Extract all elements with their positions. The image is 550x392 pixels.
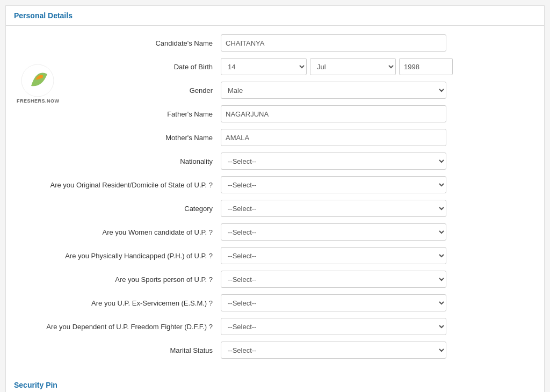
mothers-name-label: Mother's Name [17,134,221,142]
freshers-now-logo [20,63,55,98]
category-select[interactable]: --Select-- General OBC SC ST [221,200,446,217]
fathers-name-label: Father's Name [17,110,221,118]
freedom-fighter-label: Are you Dependent of U.P. Freedom Fighte… [17,323,221,331]
sports-select[interactable]: --Select-- Yes No [221,271,446,288]
logo-label: FRESHERS.NOW [17,98,60,104]
marital-status-row: Marital Status --Select-- Single Married… [17,341,533,359]
dob-inputs: 14 12345 678910 1112131516 1718192021 22… [221,58,453,75]
gender-select[interactable]: Male --Select-- Female Other [221,82,446,99]
candidate-name-input[interactable] [221,34,446,52]
dob-day-select[interactable]: 14 12345 678910 1112131516 1718192021 22… [221,58,307,75]
candidate-name-row: Candidate's Name [17,34,533,52]
personal-details-section: FRESHERS.NOW Candidate's Name Date of Bi… [6,31,544,370]
security-pin-header: Security Pin [6,375,544,392]
marital-status-label: Marital Status [17,346,221,354]
category-row: Category --Select-- General OBC SC ST [17,199,533,217]
logo-container: FRESHERS.NOW [17,63,60,104]
esm-row: Are you U.P. Ex-Servicemen (E.S.M.) ? --… [17,294,533,312]
dob-row: Date of Birth 14 12345 678910 1112131516… [17,57,533,76]
freedom-fighter-row: Are you Dependent of U.P. Freedom Fighte… [17,317,533,336]
nationality-row: Nationality --Select-- Indian [17,152,533,170]
candidate-name-label: Candidate's Name [17,39,221,47]
esm-select[interactable]: --Select-- Yes No [221,294,446,311]
nationality-select[interactable]: --Select-- Indian [221,153,446,170]
domicile-row: Are you Original Resident/Domicile of St… [17,176,533,194]
fathers-name-input[interactable] [221,105,446,122]
freedom-fighter-select[interactable]: --Select-- Yes No [221,318,446,335]
dob-month-select[interactable]: Jul JanFebMarApr MayJunAugSep OctNovDec [310,58,396,75]
fathers-name-row: Father's Name [17,105,533,123]
dob-year-input[interactable] [399,58,453,75]
marital-status-select[interactable]: --Select-- Single Married Divorced Widow… [221,342,446,359]
domicile-label: Are you Original Resident/Domicile of St… [17,181,221,189]
sports-label: Are you Sports person of U.P. ? [17,275,221,284]
esm-label: Are you U.P. Ex-Servicemen (E.S.M.) ? [17,299,221,307]
ph-label: Are you Physically Handicapped (P.H.) of… [17,252,221,260]
ph-row: Are you Physically Handicapped (P.H.) of… [17,246,533,265]
nationality-label: Nationality [17,157,221,165]
ph-select[interactable]: --Select-- Yes No [221,247,446,264]
mothers-name-row: Mother's Name [17,128,533,147]
women-candidate-label: Are you Women candidate of U.P. ? [17,228,221,236]
sports-row: Are you Sports person of U.P. ? --Select… [17,270,533,288]
personal-details-header: Personal Details [6,6,544,26]
domicile-select[interactable]: --Select-- Yes No [221,176,446,193]
women-candidate-row: Are you Women candidate of U.P. ? --Sele… [17,223,533,241]
category-label: Category [17,205,221,213]
gender-row: Gender Male --Select-- Female Other [17,81,533,99]
mothers-name-input[interactable] [221,129,446,146]
women-candidate-select[interactable]: --Select-- Yes No [221,223,446,241]
svg-point-1 [39,75,43,78]
